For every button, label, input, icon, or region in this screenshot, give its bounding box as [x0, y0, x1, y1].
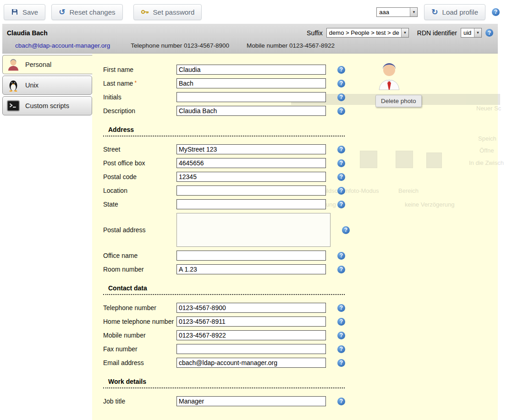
field-label: Telephone number — [103, 304, 176, 311]
person-icon — [6, 57, 21, 72]
set-password-button[interactable]: Set password — [133, 4, 202, 20]
help-icon[interactable]: ? — [337, 201, 345, 208]
field-label: Mobile number — [103, 332, 176, 339]
telephone-number-input[interactable] — [176, 303, 326, 313]
load-profile-button[interactable]: ↻ Load profile — [424, 4, 485, 20]
help-icon[interactable]: ? — [337, 173, 345, 181]
field-label: Room number — [103, 266, 176, 273]
form-row-last-name: Last name*? — [103, 78, 498, 88]
form-row-home-telephone-number: Home telephone number? — [103, 316, 498, 327]
form-row-street: Street? — [103, 144, 498, 154]
job-title-input[interactable] — [176, 396, 326, 406]
chevron-down-icon: ▼ — [474, 28, 481, 37]
account-name: Claudia Bach — [7, 29, 48, 37]
field-label: Job title — [103, 398, 176, 405]
room-number-input[interactable] — [176, 264, 326, 274]
last-name-input[interactable] — [176, 78, 326, 88]
form-row-email-address: Email address? — [103, 358, 498, 368]
help-icon[interactable]: ? — [337, 159, 345, 167]
mobile-number-input[interactable] — [176, 330, 326, 340]
form-row-initials: Initials? — [103, 92, 498, 102]
profile-select[interactable]: aaa ▼ — [376, 7, 418, 17]
help-icon[interactable]: ? — [337, 107, 345, 115]
chevron-down-icon: ▼ — [410, 8, 417, 16]
help-icon[interactable]: ? — [337, 359, 345, 367]
suffix-select[interactable]: demo > People > test > de ▼ — [326, 28, 409, 38]
form-row-post-office-box: Post office box? — [103, 158, 498, 168]
suffix-label: Suffix — [307, 29, 323, 37]
help-icon[interactable]: ? — [337, 146, 345, 153]
help-icon[interactable]: ? — [337, 80, 345, 87]
tab-custom-scripts[interactable]: Custom scripts — [2, 96, 92, 115]
key-icon — [141, 9, 149, 15]
help-icon[interactable]: ? — [337, 304, 345, 312]
help-icon[interactable]: ? — [342, 226, 350, 234]
help-icon[interactable]: ? — [337, 318, 345, 326]
email-address-input[interactable] — [176, 358, 326, 368]
chevron-down-icon: ▼ — [401, 28, 408, 37]
state-input[interactable] — [176, 199, 326, 209]
terminal-icon — [6, 98, 21, 113]
initials-input[interactable] — [176, 92, 326, 102]
content-panel: Neuer Sc Speich Öffne In die Zwisch bild… — [92, 54, 498, 420]
save-button[interactable]: Save — [4, 4, 45, 20]
form-row-first-name: First name? — [103, 65, 498, 75]
email-link[interactable]: cbach@ldap-account-manager.org — [15, 42, 110, 49]
user-photo — [377, 61, 401, 91]
help-icon[interactable]: ? — [337, 398, 345, 405]
help-icon[interactable]: ? — [337, 66, 345, 74]
form-row-telephone-number: Telephone number? — [103, 303, 498, 313]
form-row-state: State? — [103, 199, 498, 209]
help-icon[interactable]: ? — [337, 93, 345, 101]
help-icon[interactable]: ? — [337, 345, 345, 353]
field-label: Home telephone number — [103, 318, 176, 325]
rdn-select[interactable]: uid ▼ — [461, 28, 482, 38]
tux-icon — [6, 78, 21, 93]
first-name-input[interactable] — [176, 65, 326, 75]
required-marker: * — [134, 80, 137, 86]
reset-changes-button[interactable]: ↺ Reset changes — [51, 4, 122, 20]
header-mobile: Mobile number 0123-4567-8922 — [247, 42, 335, 49]
help-icon[interactable]: ? — [485, 29, 493, 37]
field-label: Street — [103, 146, 176, 153]
top-fields: First name?Last name*?Initials?Descripti… — [103, 65, 498, 116]
postal-code-input[interactable] — [176, 172, 326, 182]
save-icon — [11, 8, 18, 16]
help-icon[interactable]: ? — [337, 266, 345, 273]
delete-photo-button[interactable]: Delete photo — [375, 95, 422, 107]
form-row-postal-address: Postal address? — [103, 213, 498, 247]
field-label: State — [103, 201, 176, 208]
field-label: Post office box — [103, 159, 176, 167]
field-label: Postal code — [103, 173, 176, 180]
street-input[interactable] — [176, 144, 326, 154]
form-row-office-name: Office name? — [103, 251, 498, 261]
section-title-address: Address — [103, 126, 345, 136]
post-office-box-input[interactable] — [176, 158, 326, 168]
account-header: Claudia Bach Suffix demo > People > test… — [2, 24, 498, 54]
postal-address-input[interactable] — [176, 213, 331, 247]
form-row-room-number: Room number? — [103, 264, 498, 274]
form-row-fax-number: Fax number? — [103, 344, 498, 354]
field-label: Last name* — [103, 80, 176, 87]
help-icon[interactable]: ? — [337, 187, 345, 195]
help-icon[interactable]: ? — [337, 332, 345, 339]
fax-number-input[interactable] — [176, 344, 326, 354]
field-label: Office name — [103, 252, 176, 259]
home-telephone-number-input[interactable] — [176, 316, 326, 327]
help-icon[interactable]: ? — [492, 8, 500, 16]
location-input[interactable] — [176, 185, 326, 196]
sidebar: Personal Unix Custom scripts — [2, 54, 92, 420]
rdn-label: RDN identifier — [417, 29, 457, 37]
field-label: Postal address — [103, 226, 176, 234]
field-label: Email address — [103, 359, 176, 366]
tab-unix[interactable]: Unix — [2, 76, 92, 95]
tab-personal[interactable]: Personal — [2, 55, 93, 74]
field-label: Fax number — [103, 345, 176, 353]
toolbar: Save ↺ Reset changes Set password aaa ▼ … — [0, 0, 507, 24]
help-icon[interactable]: ? — [337, 252, 345, 260]
description-input[interactable] — [176, 106, 326, 116]
form-row-location: Location? — [103, 185, 498, 196]
field-label: Description — [103, 107, 176, 115]
office-name-input[interactable] — [176, 251, 326, 261]
form-row-postal-code: Postal code? — [103, 172, 498, 182]
